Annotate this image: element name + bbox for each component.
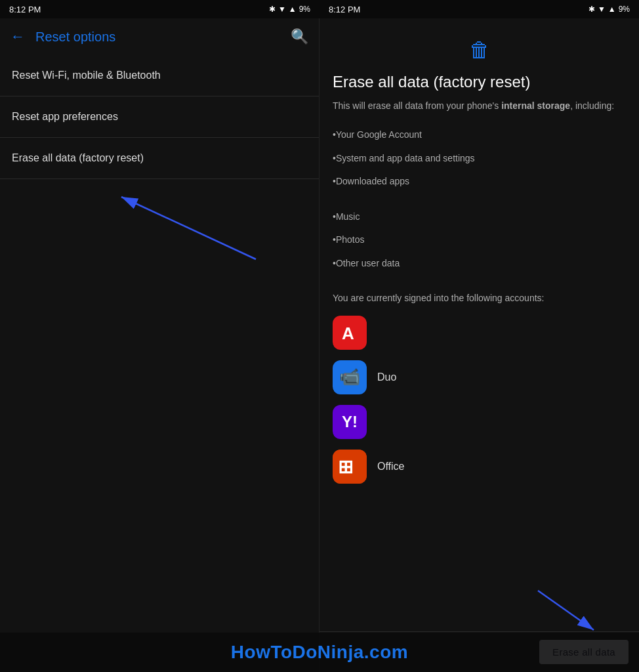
duo-icon: 📹 (333, 360, 367, 394)
yahoo-symbol: Y! (342, 413, 358, 431)
left-status-icons: ✱ ▼ ▲ 9% (269, 5, 310, 14)
right-status-icons: ✱ ▼ ▲ 9% (588, 5, 630, 14)
desc-text: This will erase all data from your phone… (333, 100, 501, 111)
svg-text:⊞: ⊞ (338, 457, 353, 477)
list-item-music: •Music (333, 205, 626, 229)
desc-bold: internal storage (501, 100, 570, 111)
right-status-bar: 8:12 PM ✱ ▼ ▲ 9% (320, 0, 639, 18)
battery-text: 9% (299, 5, 310, 14)
adobe-icon: A (333, 316, 367, 350)
office-icon: ⊞ (333, 450, 367, 484)
watermark-text: HowToDoNinja.com (231, 642, 408, 662)
left-header: ← Reset options 🔍 (0, 18, 319, 55)
bluetooth-icon-r: ✱ (588, 5, 595, 14)
menu-item-wifi[interactable]: Reset Wi-Fi, mobile & Bluetooth (0, 55, 319, 96)
trash-icon-container: 🗑 (333, 38, 626, 62)
svg-text:A: A (342, 324, 354, 343)
signal-icon: ▲ (289, 5, 297, 14)
menu-item-app-prefs-label: Reset app preferences (12, 111, 118, 122)
wifi-icon: ▼ (278, 5, 286, 14)
right-time: 8:12 PM (329, 5, 360, 14)
search-icon[interactable]: 🔍 (291, 28, 308, 45)
erase-title: Erase all data (factory reset) (333, 73, 626, 91)
main-panels: ← Reset options 🔍 Reset Wi-Fi, mobile & … (0, 18, 639, 672)
left-panel: ← Reset options 🔍 Reset Wi-Fi, mobile & … (0, 18, 320, 672)
split-status-bars: 8:12 PM ✱ ▼ ▲ 9% 8:12 PM ✱ ▼ ▲ 9% (0, 0, 639, 18)
desc-end: , including: (570, 100, 614, 111)
erase-description: This will erase all data from your phone… (333, 99, 626, 113)
bluetooth-icon: ✱ (269, 5, 276, 14)
yahoo-row: Y! (333, 405, 626, 439)
menu-item-app-prefs[interactable]: Reset app preferences (0, 96, 319, 138)
accounts-text: You are currently signed into the follow… (333, 291, 626, 305)
wifi-icon-r: ▼ (598, 5, 606, 14)
list-item-google: •Your Google Account (333, 123, 626, 147)
left-time: 8:12 PM (9, 5, 41, 14)
signal-icon-r: ▲ (608, 5, 616, 14)
list-item-system: •System and app data and settings (333, 147, 626, 171)
battery-text-r: 9% (619, 5, 630, 14)
office-label: Office (377, 461, 405, 472)
duo-icon-symbol: 📹 (339, 367, 360, 387)
watermark: HowToDoNinja.com (0, 633, 639, 672)
right-content: 🗑 Erase all data (factory reset) This wi… (320, 18, 639, 672)
page-title: Reset options (35, 30, 291, 45)
menu-item-factory-reset[interactable]: Erase all data (factory reset) (0, 138, 319, 179)
back-button[interactable]: ← (10, 28, 25, 45)
menu-item-wifi-label: Reset Wi-Fi, mobile & Bluetooth (12, 70, 161, 81)
yahoo-icon: Y! (333, 405, 367, 439)
menu-item-factory-reset-label: Erase all data (factory reset) (12, 152, 144, 163)
adobe-row: A (333, 316, 626, 350)
left-status-bar: 8:12 PM ✱ ▼ ▲ 9% (0, 0, 320, 18)
list-item-apps: •Downloaded apps (333, 170, 626, 194)
trash-icon: 🗑 (469, 38, 490, 62)
list-item-userdata: •Other user data (333, 252, 626, 276)
list-item-photos: •Photos (333, 228, 626, 252)
right-panel: 🗑 Erase all data (factory reset) This wi… (320, 18, 639, 672)
accounts-section: You are currently signed into the follow… (333, 291, 626, 484)
duo-label: Duo (377, 371, 396, 383)
duo-row: 📹 Duo (333, 360, 626, 394)
office-row: ⊞ Office (333, 450, 626, 484)
